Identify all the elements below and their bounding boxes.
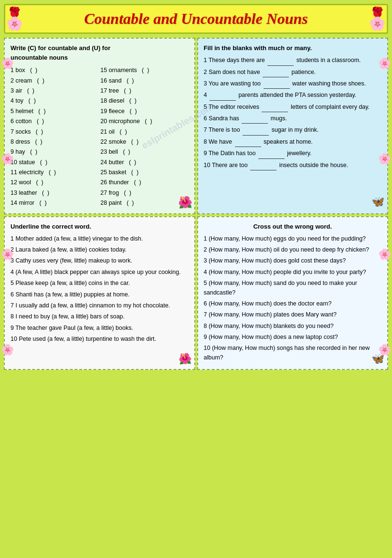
blank (267, 56, 294, 65)
side-deco-left2: 🌸 (1, 153, 14, 165)
crossout-item: 2 (How many, How much) oil do you need t… (204, 245, 382, 254)
crossout-item: 10 (How many, How much) songs has she re… (204, 344, 382, 362)
noun-item: 12 wool ( ) (11, 178, 98, 188)
fill-item: 8 We have speakers at home. (204, 137, 382, 147)
noun-item: 21 oil ( ) (100, 127, 188, 137)
noun-item: 16 sand ( ) (100, 76, 188, 86)
underline-item: 6 Shanti has (a few, a little) puppies a… (11, 290, 189, 299)
fill-item: 6 Sandra has mugs. (204, 114, 382, 124)
fill-item: 10 There are too insects outside the hou… (204, 161, 382, 170)
side-deco-right3: 🌸 (378, 248, 391, 261)
side-deco-left: 🌸 (1, 57, 14, 70)
crossout-item: 7 (How many, How much) plates does Mary … (204, 310, 382, 319)
noun-item: 6 cotton ( ) (11, 116, 98, 126)
crossout-item: 3 (How many, How much) does gold cost th… (204, 256, 382, 265)
noun-item: 2 cream ( ) (11, 76, 98, 86)
noun-item: 14 mirror ( ) (11, 198, 98, 208)
underline-item: 10 Pete used (a few, a little) turpentin… (11, 335, 189, 344)
flower-icon-br: 🌸 (369, 16, 386, 32)
crossout-item: 4 (How many, How much) people did you in… (204, 268, 382, 277)
side-deco-right: 🌸 (378, 57, 391, 70)
side-deco-right4: 🌸 (378, 344, 391, 356)
section1-instruction: Write (C) for countable and (U) foruncou… (11, 43, 189, 63)
noun-item: 27 frog ( ) (100, 188, 188, 198)
fill-item: 2 Sam does not have patience. (204, 68, 382, 77)
underline-item: 3 Cathy uses very (few, little) makeup t… (11, 256, 189, 265)
fill-item: 3 You are wasting too water washing thos… (204, 79, 382, 89)
blank (250, 161, 276, 170)
noun-item: 17 tree ( ) (100, 86, 188, 96)
noun-item: 18 diesel ( ) (100, 96, 188, 106)
blank (242, 114, 268, 124)
noun-item: 15 ornaments ( ) (100, 65, 188, 75)
section1-panel: Write (C) for countable and (U) foruncou… (4, 38, 195, 214)
fill-item: 9 The Datin has too jewellery. (204, 149, 382, 158)
crossout-item: 5 (How many, How much) sand do you need … (204, 279, 382, 297)
noun-item: 13 leather ( ) (11, 188, 98, 198)
blank (262, 103, 288, 112)
butterfly-deco: 🦋 (371, 194, 384, 210)
noun-item: 4 toy ( ) (11, 96, 98, 106)
crossout-item: 8 (How many, How much) blankets do you n… (204, 322, 382, 331)
blank (243, 126, 269, 135)
noun-item: 1 box ( ) (11, 65, 98, 75)
blank (235, 137, 261, 147)
crossout-item: 1 (How many, How much) eggs do you need … (204, 234, 382, 243)
noun-item: 11 electricity ( ) (11, 168, 98, 178)
flower-deco: 🌺 (178, 193, 192, 211)
noun-item: 22 smoke ( ) (100, 137, 188, 147)
section2-instruction: Fill in the blanks with much or many. (204, 43, 382, 53)
blank (264, 79, 290, 89)
noun-item: 25 basket ( ) (100, 168, 188, 178)
blank (258, 149, 285, 158)
section3-panel: Underline the correct word. 1 Mother add… (4, 216, 195, 370)
noun-item: 23 bell ( ) (100, 147, 188, 157)
underline-item: 9 The teacher gave Paul (a few, a little… (11, 324, 189, 333)
noun-item: 8 dress ( ) (11, 137, 98, 147)
noun-col-right: 15 ornaments ( ) 16 sand ( ) 17 tree ( )… (100, 65, 188, 208)
fill-item: 1 These days there are students in a cla… (204, 56, 382, 65)
top-row: Write (C) for countable and (U) foruncou… (4, 38, 388, 214)
flower-icon-bl: 🌸 (6, 16, 23, 32)
noun-item: 20 microphone ( ) (100, 116, 188, 126)
noun-col-left: 1 box ( ) 2 cream ( ) 3 air ( ) 4 toy ( … (11, 65, 98, 208)
underline-item: 1 Mother added (a few, a little) vinegar… (11, 234, 189, 243)
noun-item: 7 socks ( ) (11, 127, 98, 137)
noun-list: 1 box ( ) 2 cream ( ) 3 air ( ) 4 toy ( … (11, 65, 189, 208)
underline-item: 5 Please keep (a few, a little) coins in… (11, 279, 189, 288)
underline-item: 2 Laura baked (a few, a little) cookies … (11, 245, 189, 254)
fill-item: 4 parents attended the PTA session yeste… (204, 91, 382, 100)
page-header: 🌹 🌹 Countable and Uncountable Nouns 🌸 🌸 (4, 4, 388, 34)
bottom-row: Underline the correct word. 1 Mother add… (4, 216, 388, 370)
fill-item: 7 There is too sugar in my drink. (204, 126, 382, 135)
noun-item: 24 butter ( ) (100, 158, 188, 168)
noun-item: 9 hay ( ) (11, 147, 98, 157)
noun-item: 5 helmet ( ) (11, 106, 98, 116)
section4-instruction: Cross out the wrong word. (204, 222, 382, 232)
section3-instruction: Underline the correct word. (11, 222, 189, 232)
noun-item: 10 statue ( ) (11, 158, 98, 168)
noun-item: 19 fleece ( ) (100, 106, 188, 116)
flower-deco-bottom: 🌺 (179, 351, 191, 367)
fill-item: 5 The editor receives letters of complai… (204, 103, 382, 112)
underline-item: 7 I usually add (a few, a little) cinnam… (11, 301, 189, 310)
page-title: Countable and Uncountable Nouns (12, 10, 380, 28)
blank (210, 91, 236, 100)
side-deco-left3: 🌸 (1, 248, 14, 261)
crossout-item: 9 (How many, How much) does a new laptop… (204, 333, 382, 342)
side-deco-right2: 🌸 (378, 153, 391, 165)
noun-item: 3 air ( ) (11, 86, 98, 96)
noun-item: 26 thunder ( ) (100, 178, 188, 188)
blank (263, 68, 289, 77)
side-deco-left4: 🌸 (1, 344, 14, 356)
noun-item: 28 paint ( ) (100, 198, 188, 208)
section4-panel: Cross out the wrong word. 1 (How many, H… (197, 216, 389, 370)
section2-panel: Fill in the blanks with much or many. 1 … (197, 38, 389, 214)
crossout-item: 6 (How many, How much) does the doctor e… (204, 299, 382, 308)
underline-item: 4 (A few, A little) black pepper can alw… (11, 268, 189, 277)
underline-item: 8 I need to buy (a few, a little) bars o… (11, 312, 189, 321)
